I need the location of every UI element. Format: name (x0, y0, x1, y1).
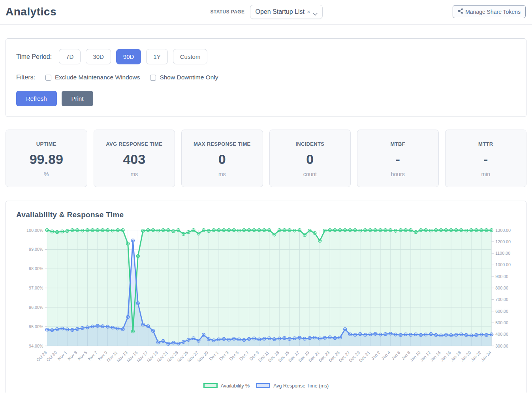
stat-card-incidents: INCIDENTS 0 count (269, 130, 351, 187)
svg-text:Dec 19: Dec 19 (297, 350, 310, 363)
svg-text:Nov 27: Nov 27 (186, 350, 199, 363)
period-button-30d[interactable]: 30D (86, 49, 111, 64)
stat-value: 99.89 (9, 152, 84, 167)
exclude-maintenance-checkbox[interactable] (45, 75, 51, 81)
share-icon (458, 8, 463, 15)
svg-text:Jan 12: Jan 12 (419, 350, 431, 362)
legend-swatch-blue (256, 383, 270, 388)
exclude-maintenance-label: Exclude Maintenance Windows (55, 74, 140, 81)
chart-panel: Availability & Response Time 100.00%99.0… (6, 201, 526, 393)
stat-card-mtbf: MTBF - hours (357, 130, 439, 187)
stat-value: 0 (273, 152, 348, 167)
svg-text:Oct 28: Oct 28 (36, 350, 48, 362)
svg-text:Jan 18: Jan 18 (449, 350, 462, 362)
svg-text:Jan 4: Jan 4 (380, 350, 391, 361)
svg-text:Nov 13: Nov 13 (116, 350, 129, 363)
svg-text:Dec 31: Dec 31 (358, 350, 371, 363)
stat-card-max-response-time: MAX RESPONSE TIME 0 ms (181, 130, 263, 187)
stat-value: - (449, 152, 523, 167)
svg-text:97.00%: 97.00% (29, 286, 43, 290)
svg-text:Oct 30: Oct 30 (45, 350, 58, 362)
stat-unit: % (9, 171, 84, 177)
stat-card-avg-response-time: AVG RESPONSE TIME 403 ms (94, 130, 175, 187)
svg-text:96.00%: 96.00% (29, 305, 43, 310)
svg-text:94.00%: 94.00% (29, 344, 43, 348)
chart-canvas: 100.00%99.00%98.00%97.00%96.00%95.00%94.… (16, 225, 516, 381)
svg-text:Dec 1: Dec 1 (208, 350, 219, 361)
svg-text:Dec 15: Dec 15 (277, 350, 290, 363)
svg-text:Jan 16: Jan 16 (439, 350, 451, 362)
svg-text:400.00: 400.00 (495, 332, 508, 337)
legend-swatch-green (203, 383, 218, 388)
svg-text:Jan 10: Jan 10 (409, 350, 421, 362)
stat-unit: ms (185, 171, 259, 177)
chevron-down-icon (313, 10, 318, 13)
legend-item-availability[interactable]: Availability % (203, 383, 250, 389)
svg-text:Nov 3: Nov 3 (67, 350, 78, 361)
chart-title: Availability & Response Time (16, 211, 516, 219)
period-button-7d[interactable]: 7D (59, 49, 81, 64)
svg-text:Nov 17: Nov 17 (136, 350, 149, 363)
svg-text:99.00%: 99.00% (29, 247, 43, 252)
stat-label: INCIDENTS (273, 141, 348, 147)
svg-text:Jan 22: Jan 22 (470, 350, 482, 362)
refresh-button[interactable]: Refresh (16, 91, 57, 106)
time-period-label: Time Period: (16, 53, 52, 60)
filters-label: Filters: (16, 74, 35, 81)
show-downtime-label: Show Downtime Only (160, 74, 218, 81)
period-button-custom[interactable]: Custom (173, 49, 208, 64)
svg-text:800.00: 800.00 (495, 286, 508, 290)
svg-text:Nov 29: Nov 29 (196, 350, 209, 363)
status-page-selector-group: STATUS PAGE Open Startup List × (186, 5, 322, 19)
chart-legend: Availability % Avg Response Time (ms) (16, 383, 516, 389)
page-title: Analytics (6, 6, 56, 18)
svg-text:Nov 23: Nov 23 (166, 350, 179, 363)
stats-row: UPTIME 99.89 % AVG RESPONSE TIME 403 ms … (6, 130, 526, 187)
svg-text:700.00: 700.00 (495, 297, 508, 302)
stat-value: - (361, 152, 435, 167)
svg-text:Nov 7: Nov 7 (87, 350, 98, 361)
show-downtime-checkbox[interactable] (150, 75, 156, 81)
svg-text:Dec 17: Dec 17 (287, 350, 300, 363)
legend-label: Avg Response Time (ms) (273, 383, 329, 389)
stat-label: AVG RESPONSE TIME (97, 141, 172, 147)
svg-text:Dec 25: Dec 25 (328, 350, 341, 363)
svg-text:Dec 27: Dec 27 (338, 350, 351, 363)
svg-text:300.00: 300.00 (495, 344, 508, 348)
exclude-maintenance-checkbox-item[interactable]: Exclude Maintenance Windows (45, 74, 140, 81)
svg-text:Jan 2: Jan 2 (370, 350, 381, 361)
status-page-select[interactable]: Open Startup List × (250, 5, 322, 19)
svg-text:Jan 6: Jan 6 (391, 350, 401, 361)
clear-selection-icon[interactable]: × (307, 9, 310, 15)
legend-item-response-time[interactable]: Avg Response Time (ms) (256, 383, 329, 389)
svg-text:Jan 24: Jan 24 (480, 350, 492, 362)
svg-text:500.00: 500.00 (495, 320, 508, 325)
time-period-row: Time Period: 7D 30D 90D 1Y Custom (16, 49, 516, 64)
stat-label: MTBF (361, 141, 435, 147)
print-button[interactable]: Print (62, 91, 94, 106)
svg-text:Jan 20: Jan 20 (459, 350, 472, 362)
stat-unit: count (273, 171, 348, 177)
svg-text:Dec 13: Dec 13 (267, 350, 280, 363)
status-page-selected-value: Open Startup List (255, 8, 305, 15)
availability-chart: 100.00%99.00%98.00%97.00%96.00%95.00%94.… (16, 225, 516, 382)
show-downtime-checkbox-item[interactable]: Show Downtime Only (150, 74, 218, 81)
stat-value: 0 (185, 152, 259, 167)
actions-row: Refresh Print (16, 91, 516, 106)
stat-unit: ms (97, 171, 172, 177)
period-button-1y[interactable]: 1Y (146, 49, 167, 64)
stat-label: UPTIME (9, 141, 84, 147)
stat-value: 403 (97, 152, 172, 167)
svg-text:Dec 21: Dec 21 (308, 350, 321, 363)
period-button-90d[interactable]: 90D (116, 49, 141, 64)
svg-text:Dec 23: Dec 23 (318, 350, 331, 363)
svg-text:Jan 14: Jan 14 (429, 350, 442, 362)
svg-text:1300.00: 1300.00 (495, 228, 511, 233)
stat-card-mttr: MTTR - min (445, 130, 527, 187)
stat-label: MAX RESPONSE TIME (185, 141, 259, 147)
svg-text:100.00%: 100.00% (26, 228, 43, 233)
svg-text:Nov 1: Nov 1 (56, 350, 68, 361)
svg-text:95.00%: 95.00% (29, 324, 43, 329)
app-header: Analytics STATUS PAGE Open Startup List … (0, 0, 532, 24)
manage-share-tokens-button[interactable]: Manage Share Tokens (453, 5, 526, 18)
